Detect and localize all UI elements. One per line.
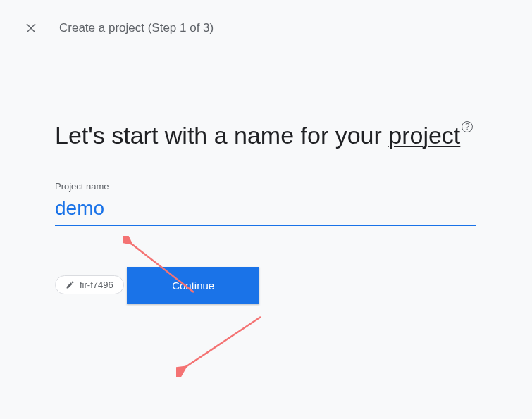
project-id-text: fir-f7496 xyxy=(80,280,113,290)
continue-button[interactable]: Continue xyxy=(127,267,259,304)
svg-line-3 xyxy=(185,317,261,368)
pencil-icon xyxy=(66,280,75,289)
continue-button-label: Continue xyxy=(172,280,214,292)
close-button[interactable] xyxy=(23,20,39,37)
project-id-chip[interactable]: fir-f7496 xyxy=(55,275,124,294)
project-name-label: Project name xyxy=(55,181,477,192)
help-icon[interactable]: ? xyxy=(462,121,473,132)
heading-underlined: project xyxy=(388,122,460,149)
heading-text: Let's start with a name for your xyxy=(55,122,388,149)
header-title: Create a project (Step 1 of 3) xyxy=(59,21,214,35)
project-name-input[interactable] xyxy=(55,196,476,226)
page-heading: Let's start with a name for your project… xyxy=(55,118,477,153)
close-icon xyxy=(25,22,37,35)
annotation-arrow-2 xyxy=(176,310,268,377)
